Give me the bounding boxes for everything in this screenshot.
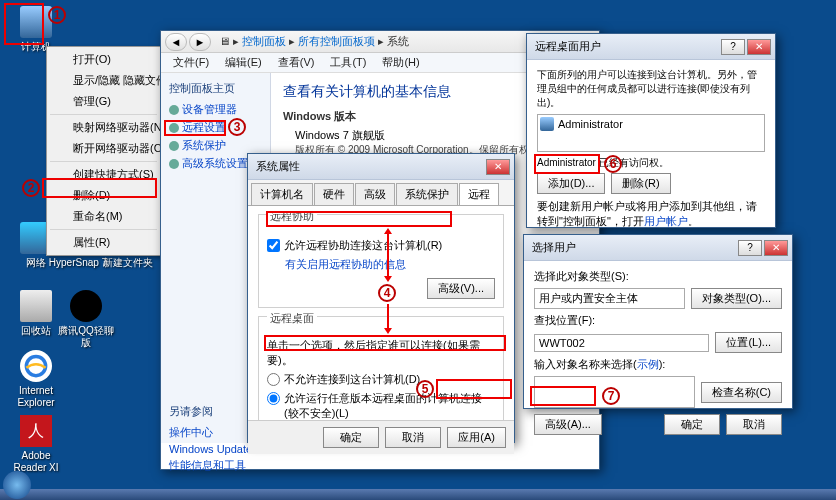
- ok-button[interactable]: 确定: [664, 414, 720, 435]
- check-names-button[interactable]: 检查名称(C): [701, 382, 782, 403]
- dialog-footer: 确定 取消 应用(A): [248, 420, 514, 454]
- shield-icon: [169, 105, 179, 115]
- sidebar-perf[interactable]: 性能信息和工具: [169, 458, 262, 473]
- shield-icon: [169, 141, 179, 151]
- user-accounts-link[interactable]: 用户帐户: [644, 215, 688, 227]
- remote-assist-group: 远程协助 允许远程协助连接这台计算机(R) 有关启用远程协助的信息 高级(V).…: [258, 214, 504, 308]
- menu-file[interactable]: 文件(F): [165, 53, 217, 72]
- ctx-manage[interactable]: 管理(G): [49, 91, 158, 112]
- close-button[interactable]: ✕: [486, 159, 510, 175]
- bc-cp[interactable]: 控制面板: [242, 35, 286, 47]
- qq-label: 腾讯QQ轻聊版: [56, 325, 116, 349]
- tab-strip: 计算机名 硬件 高级 系统保护 远程: [248, 180, 514, 206]
- bc-icon: 🖥: [219, 35, 230, 47]
- sidebar-header: 控制面板主页: [169, 81, 262, 96]
- users-list[interactable]: Administrator: [537, 114, 765, 152]
- system-properties-dialog: 系统属性 ✕ 计算机名 硬件 高级 系统保护 远程 远程协助 允许远程协助连接这…: [247, 153, 515, 443]
- ctx-map-drive[interactable]: 映射网络驱动器(N)...: [49, 117, 158, 138]
- start-button[interactable]: [3, 471, 31, 499]
- ctx-delete[interactable]: 删除(D): [49, 185, 158, 206]
- menu-edit[interactable]: 编辑(E): [217, 53, 270, 72]
- qq-icon[interactable]: 腾讯QQ轻聊版: [56, 290, 116, 349]
- list-item[interactable]: Administrator: [540, 117, 762, 131]
- back-button[interactable]: ◄: [165, 33, 187, 51]
- rdp-opt-any[interactable]: 允许运行任意版本远程桌面的计算机连接 (较不安全)(L): [267, 391, 495, 420]
- close-button[interactable]: ✕: [764, 240, 788, 256]
- separator: [50, 114, 157, 115]
- newfolder-label: 新建文件夹: [98, 257, 158, 269]
- separator: [50, 161, 157, 162]
- title-text: 系统属性: [252, 159, 486, 174]
- bc-all[interactable]: 所有控制面板项: [298, 35, 375, 47]
- apply-button[interactable]: 应用(A): [447, 427, 506, 448]
- create-note: 要创建新用户帐户或将用户添加到其他组，请转到"控制面板"，打开用户帐户。: [537, 199, 765, 229]
- shield-icon: [169, 159, 179, 169]
- rdp-legend: 远程桌面: [267, 311, 317, 326]
- remote-users-dialog: 远程桌面用户 ?✕ 下面所列的用户可以连接到这台计算机。另外，管理员组中的任何成…: [526, 33, 776, 228]
- close-button[interactable]: ✕: [747, 39, 771, 55]
- assist-legend: 远程协助: [267, 209, 317, 224]
- breadcrumb[interactable]: 🖥 ▸ 控制面板 ▸ 所有控制面板项 ▸ 系统: [213, 32, 415, 51]
- assist-advanced-button[interactable]: 高级(V)...: [427, 278, 495, 299]
- cancel-button[interactable]: 取消: [726, 414, 782, 435]
- names-label: 输入对象名称来选择(示例):: [534, 357, 782, 372]
- ctx-rename[interactable]: 重命名(M): [49, 206, 158, 227]
- menu-tools[interactable]: 工具(T): [322, 53, 374, 72]
- adobe-icon[interactable]: 人Adobe Reader XI: [6, 415, 66, 474]
- names-input[interactable]: [534, 376, 695, 408]
- ctx-disconnect[interactable]: 断开网络驱动器(C)...: [49, 138, 158, 159]
- ctx-shortcut[interactable]: 创建快捷方式(S): [49, 164, 158, 185]
- select-users-dialog: 选择用户 ?✕ 选择此对象类型(S): 用户或内置安全主体对象类型(O)... …: [523, 234, 793, 409]
- computer-context-menu: 打开(O) 显示/隐藏 隐藏文件 管理(G) 映射网络驱动器(N)... 断开网…: [46, 46, 161, 256]
- ctx-open[interactable]: 打开(O): [49, 49, 158, 70]
- advanced-button[interactable]: 高级(A)...: [534, 414, 602, 435]
- menu-view[interactable]: 查看(V): [270, 53, 323, 72]
- shield-icon: [169, 123, 179, 133]
- titlebar[interactable]: 系统属性 ✕: [248, 154, 514, 180]
- help-button[interactable]: ?: [738, 240, 762, 256]
- tab-advanced[interactable]: 高级: [355, 183, 395, 205]
- ie-label: Internet Explorer: [6, 385, 66, 409]
- remove-button[interactable]: 删除(R): [611, 173, 670, 194]
- example-link[interactable]: 示例: [637, 358, 659, 370]
- ctx-view[interactable]: 显示/隐藏 隐藏文件: [49, 70, 158, 91]
- ie-icon[interactable]: Internet Explorer: [6, 350, 66, 409]
- rdp-opt-deny[interactable]: 不允许连接到这台计算机(D): [267, 372, 495, 387]
- rdp-desc: 单击一个选项，然后指定谁可以连接(如果需要)。: [267, 338, 495, 368]
- cancel-button[interactable]: 取消: [385, 427, 441, 448]
- ctx-properties[interactable]: 属性(R): [49, 232, 158, 253]
- bc-sys: 系统: [387, 35, 409, 47]
- titlebar[interactable]: 远程桌面用户 ?✕: [527, 34, 775, 60]
- taskbar[interactable]: [0, 489, 836, 500]
- tab-computer-name[interactable]: 计算机名: [251, 183, 313, 205]
- add-button[interactable]: 添加(D)...: [537, 173, 605, 194]
- help-button[interactable]: ?: [721, 39, 745, 55]
- allow-assist-checkbox[interactable]: 允许远程协助连接这台计算机(R): [267, 238, 495, 253]
- access-note: Administrator 已经有访问权。: [537, 156, 765, 170]
- location-field: WWT002: [534, 334, 709, 352]
- titlebar[interactable]: 选择用户 ?✕: [524, 235, 792, 261]
- sidebar-devmgr[interactable]: 设备管理器: [169, 102, 262, 117]
- title-text: 选择用户: [528, 240, 738, 255]
- ok-button[interactable]: 确定: [323, 427, 379, 448]
- separator: [50, 229, 157, 230]
- title-text: 远程桌面用户: [531, 39, 721, 54]
- assist-learn-link[interactable]: 有关启用远程协助的信息: [285, 257, 495, 272]
- loc-label: 查找位置(F):: [534, 313, 782, 328]
- tab-remote[interactable]: 远程: [459, 183, 499, 205]
- location-button[interactable]: 位置(L)...: [715, 332, 782, 353]
- obj-label: 选择此对象类型(S):: [534, 269, 782, 284]
- object-type-field: 用户或内置安全主体: [534, 288, 685, 309]
- ru-desc: 下面所列的用户可以连接到这台计算机。另外，管理员组中的任何成员都可以进行连接(即…: [537, 68, 765, 110]
- object-type-button[interactable]: 对象类型(O)...: [691, 288, 782, 309]
- tab-protect[interactable]: 系统保护: [396, 183, 458, 205]
- sidebar-protect[interactable]: 系统保护: [169, 138, 262, 153]
- sidebar-remote[interactable]: 远程设置: [169, 120, 262, 135]
- remote-desktop-group: 远程桌面 单击一个选项，然后指定谁可以连接(如果需要)。 不允许连接到这台计算机…: [258, 316, 504, 420]
- forward-button[interactable]: ►: [189, 33, 211, 51]
- user-icon: [540, 117, 554, 131]
- menu-help[interactable]: 帮助(H): [374, 53, 427, 72]
- tab-hardware[interactable]: 硬件: [314, 183, 354, 205]
